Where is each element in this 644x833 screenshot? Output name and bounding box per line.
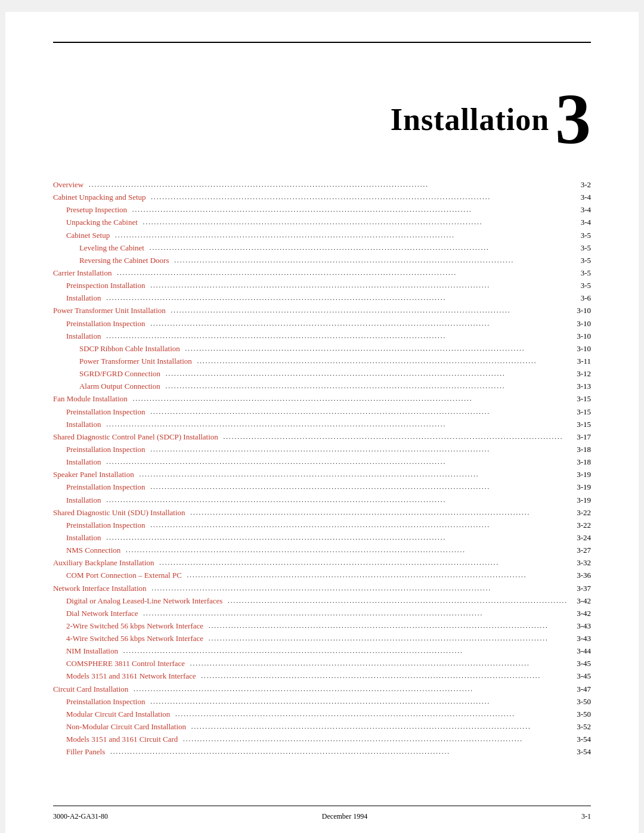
toc-label[interactable]: Modular Circuit Card Installation [53, 708, 170, 720]
toc-label[interactable]: Preinstallation Inspection [53, 318, 145, 330]
toc-dots: ........................................… [225, 596, 568, 608]
toc-label[interactable]: SDCP Ribbon Cable Installation [53, 343, 180, 355]
toc-entry[interactable]: Preinstallation Inspection .............… [53, 481, 591, 493]
toc-entry[interactable]: Digital or Analog Leased-Line Network In… [53, 595, 591, 607]
toc-dots: ........................................… [194, 356, 568, 368]
toc-label[interactable]: Dial Network Interface [53, 608, 138, 620]
toc-entry[interactable]: Network Interface Installation .........… [53, 583, 591, 594]
toc-label[interactable]: Filler Panels [53, 746, 105, 758]
toc-label[interactable]: COMSPHERE 3811 Control Interface [53, 658, 185, 670]
toc-label[interactable]: Shared Diagnostic Control Panel (SDCP) I… [53, 431, 218, 443]
toc-entry[interactable]: 4-Wire Switched 56 kbps Network Interfac… [53, 633, 591, 645]
toc-label[interactable]: Fan Module Installation [53, 393, 128, 405]
toc-label[interactable]: Network Interface Installation [53, 583, 147, 594]
toc-entry[interactable]: Preinstallation Inspection .............… [53, 696, 591, 708]
toc-entry[interactable]: Dial Network Interface .................… [53, 608, 591, 620]
toc-label[interactable]: Preinspection Installation [53, 280, 145, 292]
toc-page: 3-10 [570, 343, 591, 355]
toc-label[interactable]: Installation [53, 532, 101, 544]
toc-entry[interactable]: Unpacking the Cabinet ..................… [53, 216, 591, 228]
toc-entry[interactable]: Circuit Card Installation ..............… [53, 683, 591, 695]
toc-label[interactable]: Alarm Output Connection [53, 380, 160, 392]
toc-dots: ........................................… [107, 747, 568, 758]
toc-label[interactable]: Preinstallation Inspection [53, 444, 145, 456]
toc-entry[interactable]: COM Port Connection – External PC ......… [53, 569, 591, 581]
toc-label[interactable]: Installation [53, 292, 101, 304]
toc-label[interactable]: Auxiliary Backplane Installation [53, 557, 154, 569]
toc-entry[interactable]: Preinstallation Inspection .............… [53, 318, 591, 330]
toc-entry[interactable]: Alarm Output Connection ................… [53, 380, 591, 392]
toc-label[interactable]: Power Transformer Unit Installation [53, 305, 166, 317]
toc-entry[interactable]: Shared Diagnostic Unit (SDU) Installatio… [53, 507, 591, 519]
toc-label[interactable]: Preinstallation Inspection [53, 481, 145, 493]
toc-entry[interactable]: Preinstallation Inspection .............… [53, 519, 591, 531]
toc-dots: ........................................… [149, 583, 568, 595]
toc-label[interactable]: Reversing the Cabinet Doors [53, 255, 169, 267]
toc-entry[interactable]: Preinstallation Inspection .............… [53, 406, 591, 418]
toc-label[interactable]: SGRD/FGRD Connection [53, 368, 160, 380]
toc-label[interactable]: Unpacking the Cabinet [53, 216, 138, 228]
toc-entry[interactable]: Overview ...............................… [53, 179, 591, 191]
toc-entry[interactable]: Leveling the Cabinet ...................… [53, 242, 591, 254]
toc-label[interactable]: Presetup Inspection [53, 204, 127, 216]
toc-entry[interactable]: Fan Module Installation ................… [53, 393, 591, 405]
toc-label[interactable]: Speaker Panel Installation [53, 469, 134, 481]
toc-entry[interactable]: Modular Circuit Card Installation ......… [53, 708, 591, 720]
toc-entry[interactable]: Auxiliary Backplane Installation .......… [53, 557, 591, 569]
toc-label[interactable]: Installation [53, 330, 101, 342]
toc-label[interactable]: NMS Connection [53, 544, 120, 556]
toc-label[interactable]: Preinstallation Inspection [53, 696, 145, 708]
toc-entry[interactable]: Installation ...........................… [53, 330, 591, 342]
toc-label[interactable]: Installation [53, 456, 101, 468]
toc-entry[interactable]: Models 3151 and 3161 Circuit Card ......… [53, 733, 591, 745]
toc-entry[interactable]: Power Transformer Unit Installation ....… [53, 355, 591, 367]
toc-entry[interactable]: Carrier Installation ...................… [53, 267, 591, 279]
toc-entry[interactable]: COMSPHERE 3811 Control Interface .......… [53, 658, 591, 670]
toc-entry[interactable]: Installation ...........................… [53, 494, 591, 506]
toc-label[interactable]: Installation [53, 494, 101, 506]
toc-label[interactable]: 4-Wire Switched 56 kbps Network Interfac… [53, 633, 203, 645]
toc-entry[interactable]: Shared Diagnostic Control Panel (SDCP) I… [53, 431, 591, 443]
toc-entry[interactable]: Cabinet Setup ..........................… [53, 230, 591, 241]
toc-label[interactable]: Digital or Analog Leased-Line Network In… [53, 595, 222, 607]
toc-entry[interactable]: Power Transformer Unit Installation ....… [53, 305, 591, 317]
toc-entry[interactable]: Cabinet Unpacking and Setup ............… [53, 191, 591, 203]
toc-label[interactable]: Cabinet Unpacking and Setup [53, 191, 146, 203]
toc-label[interactable]: Non-Modular Circuit Card Installation [53, 721, 186, 733]
toc-dots: ........................................… [171, 255, 568, 267]
toc-page: 3-19 [570, 469, 591, 481]
toc-entry[interactable]: Installation ...........................… [53, 532, 591, 544]
toc-entry[interactable]: Installation ...........................… [53, 419, 591, 431]
toc-label[interactable]: Models 3151 and 3161 Circuit Card [53, 733, 178, 745]
toc-label[interactable]: Preinstallation Inspection [53, 519, 145, 531]
toc-label[interactable]: Shared Diagnostic Unit (SDU) Installatio… [53, 507, 185, 519]
toc-dots: ........................................… [130, 394, 568, 405]
toc-label[interactable]: NIM Installation [53, 645, 118, 657]
toc-label[interactable]: Installation [53, 419, 101, 431]
toc-label[interactable]: Models 3151 and 3161 Network Interface [53, 670, 196, 682]
toc-entry[interactable]: Installation ...........................… [53, 456, 591, 468]
toc-entry[interactable]: Filler Panels ..........................… [53, 746, 591, 758]
toc-entry[interactable]: NMS Connection .........................… [53, 544, 591, 556]
toc-entry[interactable]: NIM Installation .......................… [53, 645, 591, 657]
toc-entry[interactable]: SGRD/FGRD Connection ...................… [53, 368, 591, 380]
toc-label[interactable]: Preinstallation Inspection [53, 406, 145, 418]
toc-label[interactable]: Power Transformer Unit Installation [53, 355, 192, 367]
toc-entry[interactable]: SDCP Ribbon Cable Installation .........… [53, 343, 591, 355]
toc-label[interactable]: 2-Wire Switched 56 kbps Network Interfac… [53, 620, 203, 632]
toc-label[interactable]: Leveling the Cabinet [53, 242, 144, 254]
toc-label[interactable]: Circuit Card Installation [53, 683, 128, 695]
toc-entry[interactable]: Non-Modular Circuit Card Installation ..… [53, 721, 591, 733]
toc-entry[interactable]: Installation ...........................… [53, 292, 591, 304]
toc-label[interactable]: COM Port Connection – External PC [53, 569, 182, 581]
toc-label[interactable]: Carrier Installation [53, 267, 112, 279]
toc-entry[interactable]: Reversing the Cabinet Doors ............… [53, 255, 591, 267]
toc-entry[interactable]: Presetup Inspection ....................… [53, 204, 591, 216]
toc-entry[interactable]: Preinstallation Inspection .............… [53, 444, 591, 456]
toc-entry[interactable]: Speaker Panel Installation .............… [53, 469, 591, 481]
toc-entry[interactable]: 2-Wire Switched 56 kbps Network Interfac… [53, 620, 591, 632]
toc-label[interactable]: Cabinet Setup [53, 230, 110, 241]
toc-entry[interactable]: Models 3151 and 3161 Network Interface .… [53, 670, 591, 682]
toc-entry[interactable]: Preinspection Installation .............… [53, 280, 591, 292]
toc-label[interactable]: Overview [53, 179, 83, 191]
